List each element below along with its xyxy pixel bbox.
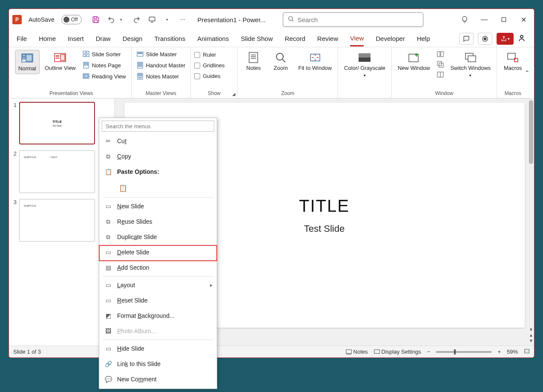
tab-view[interactable]: View (350, 31, 364, 46)
fit-to-window-button[interactable]: Fit to Window (296, 50, 334, 73)
tab-review[interactable]: Review (317, 32, 338, 46)
color-grayscale-button[interactable]: Color/ Grayscale▾ (342, 50, 388, 79)
svg-point-7 (520, 35, 523, 38)
document-title[interactable]: Presentation1 - Power... (198, 16, 266, 23)
menu-new-comment[interactable]: 💬New Comment (99, 372, 217, 387)
undo-dropdown-icon[interactable]: ▾ (118, 16, 125, 23)
group-caption: Zoom (241, 89, 334, 97)
redo-icon[interactable] (133, 16, 141, 23)
paste-keep-formatting-icon[interactable]: 📋 (117, 182, 129, 194)
notes-master-button[interactable]: Notes Master (135, 72, 187, 81)
tab-insert[interactable]: Insert (68, 32, 84, 46)
guides-checkbox[interactable]: Guides (194, 73, 224, 79)
svg-rect-43 (359, 53, 371, 58)
slide-thumbnail-2[interactable]: SUBTITLE • TEXT (19, 150, 95, 193)
menu-hide-slide[interactable]: ▭Hide Slide (99, 341, 217, 356)
svg-rect-33 (138, 74, 142, 76)
maximize-icon[interactable] (500, 16, 508, 23)
zoom-in-icon[interactable]: + (497, 349, 501, 355)
comments-button[interactable] (459, 33, 474, 45)
autosave-toggle[interactable]: Off (61, 15, 82, 24)
lightbulb-icon[interactable] (461, 16, 468, 23)
switch-windows-button[interactable]: Switch Windows▾ (448, 50, 494, 79)
slide-indicator[interactable]: Slide 1 of 3 (13, 349, 41, 355)
tab-animations[interactable]: Animations (197, 32, 229, 46)
menu-format-background[interactable]: ◩Format Background... (99, 308, 217, 323)
menu-duplicate-slide[interactable]: ⧉Duplicate Slide (99, 229, 217, 245)
handout-master-button[interactable]: Handout Master (135, 61, 187, 69)
search-box[interactable] (283, 12, 423, 27)
reading-view-button[interactable]: Reading View (81, 72, 128, 81)
slide-thumbnail-1[interactable]: TITLE Test Slide (19, 102, 95, 144)
zoom-button[interactable]: Zoom (268, 50, 293, 73)
menu-search[interactable] (102, 121, 214, 132)
gridlines-checkbox[interactable]: Gridlines (194, 62, 224, 69)
undo-icon[interactable] (107, 16, 115, 23)
next-slide-down-icon[interactable]: ▼ (529, 338, 533, 343)
menu-cut[interactable]: ✂Cut (99, 133, 217, 149)
notes-page-button[interactable]: Notes Page (81, 61, 128, 69)
move-split-button[interactable] (435, 70, 445, 79)
tab-slide-show[interactable]: Slide Show (241, 32, 273, 46)
account-icon[interactable] (518, 34, 526, 43)
tab-record[interactable]: Record (284, 32, 305, 46)
menu-copy[interactable]: ⧉Copy (99, 149, 217, 164)
start-from-beginning-icon[interactable] (148, 16, 156, 23)
tab-design[interactable]: Design (123, 32, 143, 46)
menu-new-slide[interactable]: ▭New Slide (99, 199, 217, 214)
slide-master-button[interactable]: Slide Master (135, 50, 187, 58)
fit-slide-icon[interactable] (524, 348, 530, 355)
slide-sorter-button[interactable]: Slide Sorter (81, 50, 128, 58)
normal-view-button[interactable]: Normal (15, 50, 40, 74)
slide-thumbnail-3[interactable]: SUBTITLE (19, 199, 95, 242)
outline-view-button[interactable]: Outline View (42, 50, 78, 73)
macros-button[interactable]: Macros (500, 50, 525, 73)
save-icon[interactable] (92, 16, 100, 23)
tab-draw[interactable]: Draw (96, 32, 111, 46)
show-dialog-launcher-icon[interactable]: ◢ (232, 92, 236, 96)
cascade-button[interactable] (435, 60, 445, 69)
svg-rect-36 (249, 52, 258, 63)
qat-customize-icon[interactable]: ⋯ (179, 16, 187, 23)
ruler-checkbox[interactable]: Ruler (194, 52, 224, 58)
chevron-right-icon: ▸ (210, 282, 213, 288)
menu-link-to-slide[interactable]: 🔗Link to this Slide (99, 356, 217, 372)
tab-home[interactable]: Home (39, 32, 56, 46)
collapse-ribbon-icon[interactable]: ⌃ (524, 69, 530, 77)
minimize-icon[interactable]: ― (480, 16, 488, 23)
tab-help[interactable]: Help (417, 32, 430, 46)
notes-toggle[interactable]: Notes (346, 349, 368, 355)
zoom-level[interactable]: 59% (507, 349, 518, 355)
slide-subtitle-text[interactable]: Test Slide (304, 223, 345, 234)
menu-delete-slide[interactable]: ▭Delete Slide (99, 245, 217, 260)
svg-rect-47 (441, 52, 443, 57)
tab-developer[interactable]: Developer (376, 32, 405, 46)
vertical-scrollbar[interactable]: ▼ ▲ ▼ (527, 98, 534, 346)
svg-rect-2 (149, 17, 155, 21)
record-button[interactable] (478, 33, 492, 45)
scrollbar-thumb[interactable] (529, 100, 533, 164)
tab-file[interactable]: File (17, 32, 27, 46)
menu-layout[interactable]: ▭Layout▸ (99, 277, 217, 293)
arrange-all-button[interactable] (435, 50, 445, 58)
share-button[interactable]: ▾ (497, 33, 514, 45)
menu-reuse-slides[interactable]: ⧉Reuse Slides (99, 214, 217, 229)
svg-rect-22 (84, 63, 88, 65)
menu-add-section[interactable]: ▤Add Section (99, 260, 217, 275)
zoom-slider[interactable] (436, 351, 491, 353)
next-slide-up-icon[interactable]: ▲ (529, 333, 533, 337)
menu-reset-slide[interactable]: ▭Reset Slide (99, 293, 217, 308)
display-settings[interactable]: Display Settings (374, 349, 421, 355)
prev-slide-icon[interactable]: ▼ (529, 327, 533, 332)
menu-search-input[interactable] (102, 121, 214, 132)
notes-button[interactable]: Notes (241, 50, 266, 73)
close-icon[interactable]: ✕ (520, 16, 527, 23)
new-window-button[interactable]: New Window (395, 50, 433, 73)
qat-dropdown-icon[interactable]: ▾ (164, 16, 171, 23)
slide-title-text[interactable]: TITLE (299, 196, 350, 216)
zoom-out-icon[interactable]: − (427, 349, 431, 355)
svg-rect-29 (141, 63, 142, 64)
search-input[interactable] (298, 16, 419, 23)
tab-transitions[interactable]: Transitions (154, 32, 185, 46)
thumb-number: 3 (11, 199, 17, 205)
